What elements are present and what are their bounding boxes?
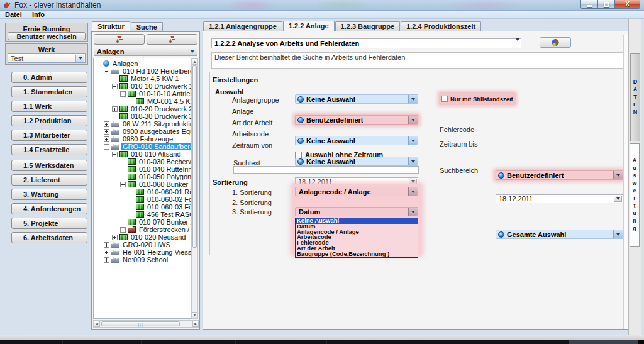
tree-node[interactable]: GRO-020 HWS [94, 241, 192, 248]
structure-tab[interactable]: Suche [131, 22, 163, 31]
expand-toggle-icon[interactable] [104, 136, 109, 142]
tree-node[interactable]: 010 Hd 102 Heidelberg 102 [94, 67, 192, 75]
sidebar-nav-button[interactable]: 1.3 Mitarbeiter [11, 130, 87, 141]
scroll-left-icon[interactable]: ◄ [94, 321, 100, 327]
tree-node[interactable]: 010-10-10 Antrieb [94, 90, 192, 97]
tree-filter-select[interactable]: Anlagen [94, 47, 197, 56]
scroll-down-icon[interactable]: ▼ [192, 312, 197, 318]
tree-node[interactable]: He-001 Heizung Viessmann [94, 248, 192, 256]
sidebar-nav-button[interactable]: 1. Stammdaten [11, 86, 87, 97]
menu-item[interactable]: Datei [0, 11, 27, 18]
sidebar-nav-button[interactable]: 1.1 Werk [11, 101, 87, 112]
expand-toggle-icon[interactable] [112, 106, 118, 112]
collapse-toggle-icon[interactable] [104, 144, 109, 150]
tree-node[interactable]: 010-030 Becherwerk [94, 158, 192, 165]
dropdown-list-item[interactable]: Baugruppe (Code,Bezeichnung ) [296, 252, 418, 257]
dropdown-arrow-icon[interactable] [408, 208, 418, 216]
sidebar-nav-button[interactable]: 6. Arbeitsdaten [11, 232, 87, 243]
tree-node[interactable]: 010-060 Bunker 1 [94, 180, 192, 188]
dropdown-list-item[interactable]: Keine Auswahl [296, 218, 418, 224]
tree-node[interactable]: 0900 ausgebautes Equipement [94, 128, 192, 135]
expand-toggle-icon[interactable] [104, 250, 109, 255]
tree-node[interactable]: 010-020 Neusand [94, 233, 192, 241]
tree-node[interactable]: 010-060-01 Rüttelrinne [94, 188, 192, 196]
side-tab-auswertung[interactable]: Auswertung [630, 143, 640, 247]
expand-toggle-icon[interactable] [120, 227, 126, 233]
sidebar-nav-button[interactable]: 5. Projekte [11, 218, 87, 229]
sort1-select[interactable]: Anlagencode / Anlage [295, 187, 418, 196]
report-dropdown-arrow-icon[interactable] [516, 41, 519, 48]
dropdown-arrow-icon[interactable] [408, 95, 418, 103]
report-tab[interactable]: 1.2.4 Produktionszeit [401, 21, 481, 31]
taskbar-window-segment[interactable] [327, 340, 402, 344]
dropdown-list-item[interactable]: Art der Arbeit [296, 246, 418, 252]
werk-select[interactable]: Test [8, 53, 86, 63]
tree-horizontal-scrollbar[interactable]: ◄ ||| ► [93, 320, 199, 328]
structure-tab[interactable]: Struktur [92, 21, 130, 31]
taskbar-window-segment[interactable] [487, 340, 569, 344]
minimize-button[interactable] [580, 0, 598, 9]
dropdown-arrow-icon[interactable] [408, 187, 418, 196]
tree-node[interactable]: 010-050 Polygonsieb [94, 173, 192, 180]
tree-node[interactable]: 0980 Fahrzeuge [94, 135, 192, 143]
expand-toggle-icon[interactable] [104, 242, 109, 248]
close-button[interactable]: X [615, 0, 640, 9]
tree-node[interactable]: 010-010 Altsand [94, 150, 192, 158]
restore-button[interactable] [598, 0, 615, 9]
expand-toggle-icon[interactable] [104, 129, 109, 135]
art-der-arbeit-select[interactable]: Keine Auswahl [295, 136, 418, 145]
run-report-button[interactable] [540, 37, 571, 48]
tree-node[interactable]: GRO-010 Sandaufbereitung [94, 143, 192, 150]
vertical-scroll-thumb[interactable] [192, 65, 197, 248]
collapse-toggle-icon[interactable] [112, 152, 118, 157]
sidebar-nav-button[interactable]: 4. Anforderungen [11, 203, 87, 214]
sidebar-nav-button[interactable]: 3. Wartung [11, 189, 87, 200]
tree-node[interactable]: 010-30 Druckwerk 3 [94, 113, 192, 120]
auswahl-ohne-zeitraum-checkbox[interactable] [295, 152, 302, 158]
zeitraum-bis-input[interactable]: 18.12.2011 [496, 194, 623, 203]
sidebar-nav-button[interactable]: 2. Lieferant [11, 174, 87, 186]
tree-node[interactable]: 010-060-03 Förderstrecke 8 (kurze [94, 203, 192, 211]
taskbar-window-segment[interactable] [0, 340, 63, 344]
fehlercode-select[interactable]: Benutzerdefiniert [496, 170, 623, 180]
nur-mit-stillstandszeit-checkbox[interactable] [441, 96, 448, 102]
tree-node[interactable]: Ne:009 School [94, 256, 192, 264]
tree-node[interactable]: 010-10 Druckwerk 1 [94, 82, 192, 90]
switch-user-button[interactable]: Benutzer wechseln [8, 32, 86, 40]
scroll-up-icon[interactable]: ▲ [192, 58, 197, 65]
tree-node[interactable]: 010-040 Rüttelrinne z. Polygonsieb [94, 165, 192, 173]
date-dropdown-icon[interactable] [614, 196, 622, 202]
tree-node[interactable]: Förderstrecken / Rüttelrinnen [94, 226, 192, 233]
dropdown-list-item[interactable]: Fehlercode [296, 240, 418, 246]
tree-filter-dropdown-arrow-icon[interactable] [187, 47, 197, 55]
expand-toggle-icon[interactable] [104, 257, 109, 263]
taskbar-window-segment[interactable] [236, 340, 327, 344]
expand-toggle-icon[interactable] [112, 235, 118, 240]
tree-node[interactable]: 010-070 Bunker 2 [94, 218, 192, 226]
menu-item[interactable]: Info [27, 11, 50, 18]
tree-node[interactable]: Motor 4,5 KW 1 [94, 75, 192, 82]
dropdown-list-item[interactable]: Datum [296, 224, 418, 230]
taskbar-window-segment[interactable] [402, 340, 487, 344]
sidebar-nav-button[interactable]: 1.2 Produktion [11, 115, 87, 126]
tree-node[interactable]: 06 W 211 Sitzproduktion [94, 120, 192, 128]
sidebar-nav-button[interactable]: 1.5 Werksdaten [11, 160, 87, 171]
suchtext-input[interactable] [233, 166, 419, 174]
report-tab[interactable]: 1.2.3 Baugruppe [335, 21, 401, 31]
tree-node[interactable]: 010-20 Druckwerk 2 [94, 105, 192, 113]
expand-toggle-icon[interactable] [104, 121, 109, 127]
scroll-right-icon[interactable]: ► [192, 321, 199, 327]
dropdown-arrow-icon[interactable] [408, 157, 418, 165]
dropdown-list-item[interactable]: Arbeitscode [296, 235, 418, 240]
dropdown-arrow-icon[interactable] [613, 230, 623, 238]
collapse-toggle-icon[interactable] [112, 84, 118, 89]
anlage-select[interactable]: Benutzerdefiniert [295, 115, 418, 125]
report-select[interactable]: 1.2.2.2 Analyse von Arbeits und Fehlerda… [211, 38, 521, 48]
horizontal-scroll-thumb[interactable]: ||| [101, 321, 180, 326]
anlagengruppe-select[interactable]: Keine Auswahl [295, 94, 418, 104]
werk-dropdown-arrow-icon[interactable] [75, 55, 84, 62]
sidebar-nav-button[interactable]: 1.4 Ersatzteile [11, 144, 87, 155]
tree-node[interactable]: Anlagen [94, 60, 192, 67]
tree-vertical-scrollbar[interactable]: ▲ ▼ [191, 58, 198, 319]
taskbar-window-segment[interactable] [63, 340, 142, 344]
